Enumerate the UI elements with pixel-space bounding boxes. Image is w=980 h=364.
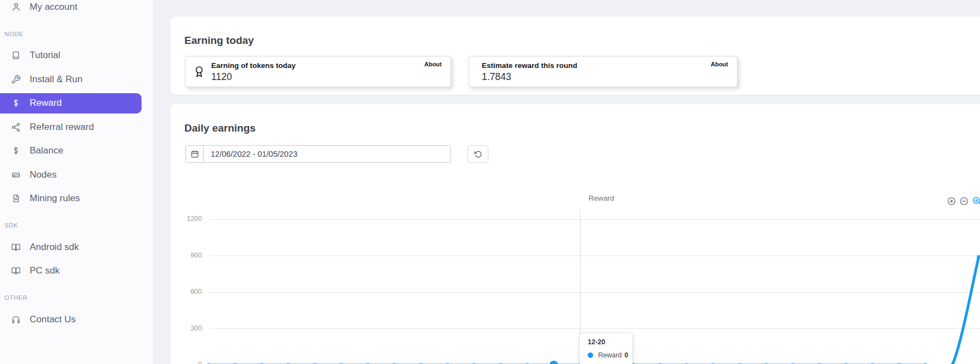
dollar-icon [10, 98, 21, 108]
series-line [170, 181, 980, 364]
tooltip-series-name: Reward [598, 351, 622, 359]
daily-earnings-panel: Daily earnings 12/06/2022 - 01/05/2023 R… [170, 104, 980, 364]
earning-of-tokens-card: Earning of tokens today 1120 About [185, 56, 451, 87]
card-value: 1.7843 [482, 71, 511, 83]
sidebar-section-other: OTHER [0, 294, 153, 302]
sidebar-item-label: My account [30, 2, 77, 13]
zoom-in-circle-icon[interactable] [947, 196, 956, 206]
sidebar-item-nodes[interactable]: Nodes [0, 163, 153, 187]
reward-chart[interactable]: Reward 03006009001200 [170, 181, 980, 364]
sidebar: My account NODE Tutorial Install & Run R… [0, 0, 154, 364]
reset-date-button[interactable] [468, 145, 488, 163]
wrench-icon [10, 75, 21, 84]
sidebar-item-label: Balance [30, 145, 63, 156]
sidebar-item-label: Mining rules [30, 193, 80, 204]
reward-dashboard-page: My account NODE Tutorial Install & Run R… [0, 0, 980, 364]
sidebar-item-balance[interactable]: Balance [0, 139, 153, 163]
box-zoom-icon[interactable] [972, 196, 980, 206]
sidebar-item-label: Contact Us [30, 314, 76, 325]
tooltip-series-dot [588, 352, 593, 358]
earning-today-panel: Earning today Earning of tokens today 11… [170, 16, 980, 95]
date-range-value: 12/06/2022 - 01/05/2023 [204, 150, 297, 158]
sidebar-item-label: PC sdk [30, 265, 60, 276]
highlighted-point [549, 361, 558, 364]
drive-icon [10, 170, 21, 180]
file-text-icon [10, 194, 21, 203]
sidebar-item-my-account[interactable]: My account [0, 0, 153, 19]
user-icon [10, 2, 21, 12]
sidebar-item-label: Android sdk [30, 242, 79, 253]
sidebar-item-label: Referral reward [30, 122, 94, 133]
share-icon [10, 122, 21, 132]
book-icon [10, 50, 21, 60]
sidebar-section-sdk: SDK [0, 221, 153, 229]
dollar-icon [10, 146, 21, 156]
calendar-icon [186, 146, 204, 162]
tooltip-value: 0 [624, 351, 628, 359]
sidebar-item-android-sdk[interactable]: Android sdk [0, 235, 153, 259]
estimate-reward-card: Estimate reward this round 1.7843 About [469, 56, 737, 87]
chart-tooltip: 12-20 Reward 0 [579, 333, 633, 364]
chart-zoom-toolbar [947, 196, 980, 206]
tooltip-date: 12-20 [588, 338, 632, 346]
about-link[interactable]: About [711, 61, 728, 67]
daily-earnings-heading: Daily earnings [184, 122, 256, 134]
about-link[interactable]: About [424, 61, 442, 67]
book-open-icon [10, 242, 21, 252]
card-title: Estimate reward this round [482, 61, 577, 70]
award-icon [193, 64, 206, 82]
sidebar-item-referral-reward[interactable]: Referral reward [0, 115, 153, 139]
sidebar-section-node: NODE [0, 30, 153, 38]
sidebar-item-label: Tutorial [30, 50, 60, 61]
sidebar-item-mining-rules[interactable]: Mining rules [0, 187, 153, 211]
headphones-icon [10, 315, 21, 325]
rotate-ccw-icon [474, 150, 483, 159]
book-open-icon [10, 266, 21, 276]
sidebar-item-label: Install & Run [30, 74, 82, 85]
sidebar-item-label: Nodes [30, 169, 57, 180]
zoom-out-circle-icon[interactable] [959, 196, 969, 206]
sidebar-item-reward[interactable]: Reward [0, 93, 142, 113]
sidebar-item-pc-sdk[interactable]: PC sdk [0, 259, 153, 283]
sidebar-item-contact-us[interactable]: Contact Us [0, 308, 153, 332]
earning-today-heading: Earning today [184, 35, 254, 47]
date-range-input[interactable]: 12/06/2022 - 01/05/2023 [185, 145, 451, 163]
card-value: 1120 [211, 71, 232, 83]
sidebar-item-install-run[interactable]: Install & Run [0, 67, 153, 92]
sidebar-item-label: Reward [30, 98, 62, 109]
sidebar-item-tutorial[interactable]: Tutorial [0, 44, 153, 68]
card-title: Earning of tokens today [211, 61, 296, 70]
